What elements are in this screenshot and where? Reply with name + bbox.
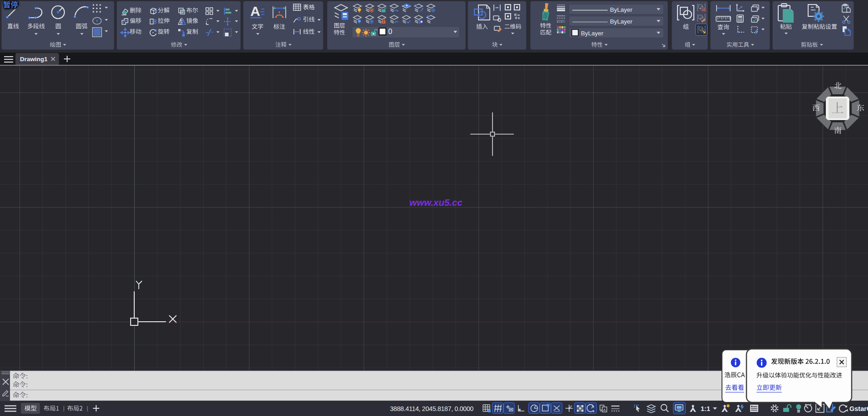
svg-text:A: A: [250, 4, 260, 19]
svg-text:A: A: [603, 408, 606, 412]
